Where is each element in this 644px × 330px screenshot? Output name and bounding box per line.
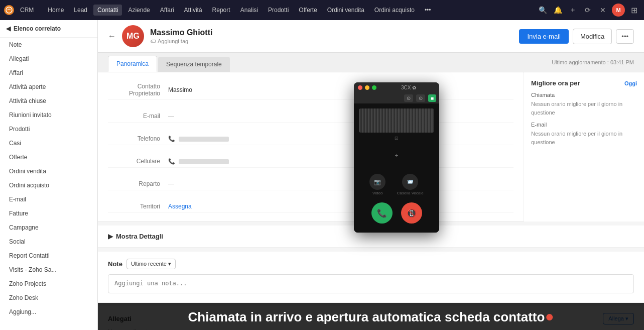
phone-dot-green[interactable] [372,85,376,90]
nav-contatti[interactable]: Contatti [93,5,122,16]
nav-aziende[interactable]: Aziende [124,5,154,16]
more-button[interactable]: ••• [616,29,634,44]
sidebar-item-campagne[interactable]: Campagne [0,221,97,235]
nav-affari[interactable]: Affari [156,5,178,16]
sidebar-item-affari[interactable]: Affari [0,66,97,80]
sidebar-item-email[interactable]: E-mail [0,192,97,206]
refresh-icon[interactable]: ⟳ [582,4,594,16]
phone-icon: 📞 [168,136,175,142]
phone-toolbar-green[interactable]: ■ [428,94,436,102]
fields-section: Contatto Proprietario Massimo E-mail — T… [98,72,524,222]
notes-header: Note Ultimo recente ▾ [108,259,634,269]
sidebar-item-prodotti[interactable]: Prodotti [0,122,97,136]
sidebar-item-fatture[interactable]: Fatture [0,206,97,221]
nav-attivita[interactable]: Attività [180,5,206,16]
field-reparto: Reparto — [108,178,513,190]
details-title[interactable]: ▶ Mostra Dettagli [108,233,634,240]
chiamata-text: Nessun orario migliore per il giorno in … [531,100,637,117]
sidebar-item-visits[interactable]: Visits - Zoho Sa... [0,263,97,277]
main-content: ← MG Massimo Ghiotti 🏷 Aggiungi tag Invi… [98,20,644,330]
right-panel-chiamata: Chiamata Nessun orario migliore per il g… [531,92,637,117]
grid-icon[interactable]: ⊞ [628,4,640,16]
email-label: E-mail [108,113,168,120]
nav-prodotti[interactable]: Prodotti [264,5,293,16]
accept-call-button[interactable]: 📞 [371,202,393,224]
sidebar-item-aggiungi[interactable]: Aggiung... [0,305,97,319]
sidebar-item-report-contatti[interactable]: Report Contatti [0,249,97,263]
app-logo: CRM [4,5,38,16]
nav-crm[interactable]: CRM [16,5,38,16]
back-button[interactable]: ← [108,32,116,41]
phone-call-buttons: 📞 📵 [359,198,434,230]
sidebar-item-allegati[interactable]: Allegati [0,52,97,66]
phone-toolbar: ⊙ ⊙ ■ [354,93,439,103]
edit-button[interactable]: Modifica [573,29,612,44]
sidebar-header[interactable]: ◀ Elenco correlato [0,20,97,38]
sidebar-item-note[interactable]: Note [0,38,97,52]
user-avatar[interactable]: M [612,4,625,17]
search-icon[interactable]: 🔍 [537,4,549,16]
nav-analisi[interactable]: Analisi [236,5,262,16]
tabs-bar: Panoramica Sequenza temporale Ultimo agg… [98,53,644,72]
right-panel: Migliore ora per Oggi Chiamata Nessun or… [524,72,644,222]
video-icon: 📷 [369,174,385,190]
nav-home[interactable]: Home [44,5,68,16]
phone-toolbar-icon1[interactable]: ⊙ [404,94,413,102]
phone-voicemail-button[interactable]: 📨 Casella Vocale [397,174,424,195]
record-tag[interactable]: 🏷 Aggiungi tag [150,38,513,44]
sidebar-item-social[interactable]: Social [0,235,97,249]
sidebar-item-zoho-projects[interactable]: Zoho Projects [0,277,97,291]
phone-video-button[interactable]: 📷 Video [369,174,385,195]
nav-report[interactable]: Report [208,5,234,16]
send-email-button[interactable]: Invia e-mail [519,29,568,44]
panel-body: Contatto Proprietario Massimo E-mail — T… [98,72,644,330]
chiamata-label: Chiamata [531,92,637,98]
details-chevron-icon: ▶ [108,233,113,240]
sidebar-item-attivita-aperte[interactable]: Attività aperte [0,80,97,94]
caller-blur [359,108,434,133]
nav-offerte[interactable]: Offerte [295,5,321,16]
voicemail-icon: 📨 [402,174,418,190]
sidebar-item-attivita-chiuse[interactable]: Attività chiuse [0,94,97,108]
phone-dot-red[interactable] [358,85,362,90]
cellulare-label: Cellulare [108,158,168,165]
tab-sequenza[interactable]: Sequenza temporale [158,57,230,72]
add-icon[interactable]: ＋ [567,4,579,16]
sidebar-item-offerte[interactable]: Offerte [0,150,97,164]
bell-icon[interactable]: 🔔 [552,4,564,16]
right-panel-today-link[interactable]: Oggi [624,80,637,86]
contatto-label: Contatto Proprietario [108,83,168,97]
reject-call-button[interactable]: 📵 [401,202,422,224]
email-value: — [168,113,174,120]
phone-dot-yellow[interactable] [365,85,369,90]
sidebar-item-casi[interactable]: Casi [0,136,97,150]
bottom-caption: Chiamata in arrivo e apertura automatica… [98,303,644,330]
tab-panoramica[interactable]: Panoramica [108,56,157,72]
cellulare-value: 📞 [168,158,229,165]
sidebar-item-ordini-acquisto[interactable]: Ordini acquisto [0,178,97,192]
settings-icon[interactable]: ✕ [597,4,609,16]
tag-icon: 🏷 [150,38,156,44]
notes-input[interactable] [108,274,634,293]
nav-ordini-acquisto[interactable]: Ordini acquisto [370,5,419,16]
phone-toolbar-icon2[interactable]: ⊙ [416,94,425,102]
svg-point-0 [6,7,12,13]
territori-value[interactable]: Assegna [168,203,192,210]
notes-filter-button[interactable]: Ultimo recente ▾ [126,259,176,269]
sidebar-header-label: Elenco correlato [14,25,61,32]
crm-logo-icon [4,5,14,15]
telefono-value: 📞 [168,135,229,142]
nav-ordini-vendita[interactable]: Ordini vendita [323,5,368,16]
field-contatto: Contatto Proprietario Massimo [108,80,513,100]
nav-lead[interactable]: Lead [70,5,91,16]
record-info: Massimo Ghiotti 🏷 Aggiungi tag [150,28,513,44]
nav-more[interactable]: ••• [421,5,435,16]
phone-screen: ⊡ + 📷 Video 📨 Casella Vocale [354,103,439,233]
sidebar-item-zoho-desk[interactable]: Zoho Desk [0,291,97,305]
notes-title: Note [108,260,122,268]
field-telefono: Telefono 📞 [108,133,513,145]
sidebar-item-riunioni[interactable]: Riunioni invitato [0,108,97,122]
phone-titlebar: 3CX ✿ [354,82,439,93]
rp-email-label: E-mail [531,122,637,128]
sidebar-item-ordini-vendita[interactable]: Ordini vendita [0,164,97,178]
